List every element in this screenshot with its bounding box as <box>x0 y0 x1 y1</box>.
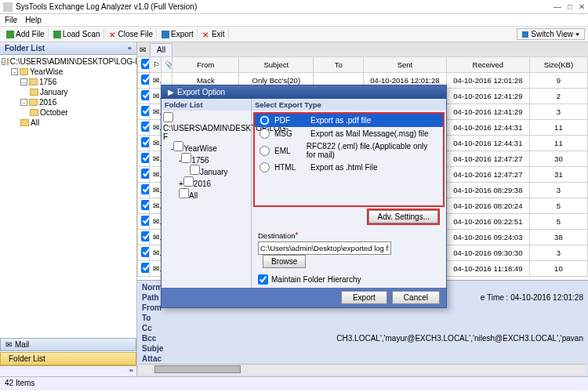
mail-icon: ✉ <box>5 340 12 349</box>
collapse-icon[interactable]: - <box>11 68 18 75</box>
tree-october[interactable]: October <box>40 108 68 117</box>
row-checkbox[interactable] <box>141 216 149 226</box>
menu-help[interactable]: Help <box>25 16 42 24</box>
folder-tree[interactable]: -C:\USERS\ADMIN\DESKTOP\LOG-FILE\DIFFERE… <box>0 55 136 337</box>
sidebar: Folder List» -C:\USERS\ADMIN\DESKTOP\LOG… <box>0 42 137 376</box>
switch-icon <box>522 31 528 38</box>
menu-file[interactable]: File <box>5 16 17 24</box>
modal-tree[interactable]: C:\USERS\ADMIN\DESKTOP\LOG-F -YearWise -… <box>162 111 251 201</box>
col-to[interactable]: To <box>314 57 364 73</box>
tree-january[interactable]: January <box>40 88 68 96</box>
row-checkbox[interactable] <box>141 137 149 147</box>
folder-icon <box>30 89 38 96</box>
browse-button[interactable]: Browse <box>263 255 306 268</box>
horizontal-scrollbar[interactable] <box>139 364 586 375</box>
cell-size: 3 <box>529 183 587 198</box>
folderlist-header: Folder List» <box>0 42 136 55</box>
closefile-button[interactable]: ✕Close File <box>106 29 157 39</box>
tab-all[interactable]: All <box>150 43 172 56</box>
radio-html[interactable] <box>260 162 270 172</box>
loadscan-button[interactable]: Load Scan <box>50 29 104 39</box>
export-icon <box>162 31 169 38</box>
maintain-hierarchy-checkbox[interactable] <box>258 274 268 285</box>
folder-icon <box>20 68 28 75</box>
cell-received: 04-10-2016 12:44:31 <box>446 120 529 136</box>
folder-icon <box>29 99 38 106</box>
row-checkbox[interactable] <box>141 153 149 163</box>
radio-msg[interactable] <box>260 129 270 139</box>
adv-settings-button[interactable]: Adv. Settings... <box>368 210 438 223</box>
switchview-button[interactable]: Switch View▾ <box>517 28 585 40</box>
status-text: 42 Items <box>5 379 34 387</box>
scroll-thumb[interactable] <box>154 365 241 373</box>
tree-root[interactable]: C:\USERS\ADMIN\DESKTOP\LOG-FILE\DIFFEREN… <box>10 57 136 66</box>
tree-yearwise[interactable]: YearWise <box>30 67 63 76</box>
plus-icon <box>6 31 14 38</box>
col-size[interactable]: Size(KB) <box>529 57 587 73</box>
col-received[interactable]: Received <box>446 57 529 73</box>
row-checkbox[interactable] <box>141 231 149 241</box>
radio-pdf[interactable] <box>260 115 270 125</box>
row-checkbox[interactable] <box>141 90 149 100</box>
col-from[interactable]: From <box>172 57 239 73</box>
row-checkbox[interactable] <box>141 122 149 132</box>
folderlist-panel-button[interactable]: Folder List <box>0 352 136 365</box>
cell-size: 5 <box>529 198 587 214</box>
radio-eml[interactable] <box>260 146 270 156</box>
modal-export-button[interactable]: Export <box>341 291 387 304</box>
folder-icon <box>29 78 38 85</box>
cell-received: 04-10-2016 08:20:24 <box>446 198 529 214</box>
collapse-icon[interactable]: - <box>2 58 5 65</box>
export-option-eml[interactable]: EMLRFC822 (.eml) file.(Applicable only f… <box>255 140 443 161</box>
chevron-icon[interactable]: » <box>127 45 132 52</box>
panel-chevron[interactable]: » <box>0 365 136 376</box>
attach-header: 📎 <box>161 57 172 73</box>
tree-all[interactable]: All <box>31 118 39 127</box>
table-header: ⚐ 📎 From Subject To Sent Received Size(K… <box>138 57 588 73</box>
maximize-icon[interactable]: □ <box>568 2 572 11</box>
app-title: SysTools Exchange Log Analyzer v1.0 (Ful… <box>16 2 197 11</box>
download-icon <box>53 31 61 38</box>
row-checkbox[interactable] <box>141 184 149 194</box>
cell-received: 04-10-2016 12:44:31 <box>446 136 529 151</box>
cc-value: CH3.LOCAL','mayur@EXCH3.LOCAL','nilesh@E… <box>336 334 583 343</box>
row-checkbox[interactable] <box>141 247 149 257</box>
collapse-icon[interactable]: - <box>20 99 27 106</box>
export-option-pdf[interactable]: PDFExport as .pdf file <box>255 114 443 127</box>
export-options-box: PDFExport as .pdf fileMSGExport as Mail … <box>253 112 445 207</box>
cell-size: 5 <box>529 214 587 230</box>
tree-2016[interactable]: 2016 <box>39 98 56 107</box>
minimize-icon[interactable]: — <box>554 2 561 11</box>
chevron-down-icon: ▾ <box>575 31 579 38</box>
col-sent[interactable]: Sent <box>364 57 447 73</box>
cell-size: 30 <box>529 151 587 167</box>
close-icon[interactable]: ✕ <box>579 2 585 11</box>
col-subject[interactable]: Subject <box>239 57 314 73</box>
export-option-msg[interactable]: MSGExport as Mail Message(.msg) file <box>255 127 443 140</box>
exit-button[interactable]: ✕Exit <box>199 29 229 39</box>
cell-received: 04-10-2016 12:47:27 <box>446 151 529 167</box>
close-file-icon: ✕ <box>109 31 117 38</box>
mail-panel-button[interactable]: ✉Mail <box>0 338 136 351</box>
toolbar: Add File Load Scan ✕Close File Export ✕E… <box>0 27 588 42</box>
checkbox-header[interactable] <box>138 57 150 73</box>
cell-size: 11 <box>529 120 587 136</box>
row-checkbox[interactable] <box>141 200 149 210</box>
row-checkbox[interactable] <box>141 106 149 116</box>
collapse-icon[interactable]: - <box>20 78 27 85</box>
row-checkbox[interactable] <box>141 169 149 179</box>
select-export-header: Select Export Type <box>252 99 446 111</box>
tab-row: ✉ All <box>137 42 588 56</box>
cell-size: 3 <box>529 104 587 120</box>
export-option-html[interactable]: HTMLExport as .html File <box>255 161 443 174</box>
export-button[interactable]: Export <box>158 29 198 39</box>
detail-to: To <box>142 314 172 322</box>
modal-cancel-button[interactable]: Cancel <box>392 291 440 304</box>
maintain-label: Maintain Folder Hierarchy <box>271 275 361 284</box>
destination-input[interactable] <box>258 241 391 255</box>
tree-1756[interactable]: 1756 <box>39 78 56 86</box>
addfile-button[interactable]: Add File <box>3 29 49 39</box>
row-checkbox[interactable] <box>141 263 149 273</box>
row-checkbox[interactable] <box>141 74 149 85</box>
exit-icon: ✕ <box>202 31 210 38</box>
